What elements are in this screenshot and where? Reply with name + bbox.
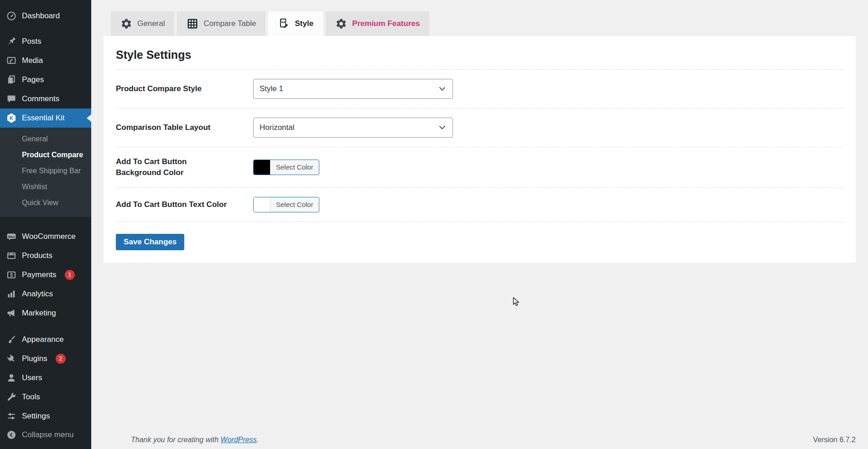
style-edit-icon <box>278 18 290 30</box>
footer-version-text: Version 6.7.2 <box>813 436 856 444</box>
svg-text:K: K <box>10 115 13 121</box>
sidebar-item-settings[interactable]: Settings <box>0 407 91 426</box>
field-label: Comparison Table Layout <box>116 122 253 133</box>
collapse-arrow-icon <box>6 429 17 440</box>
gear-icon <box>120 18 132 30</box>
sidebar-item-media[interactable]: Media <box>0 51 91 70</box>
megaphone-icon <box>6 308 17 319</box>
sidebar-item-products[interactable]: Products <box>0 246 91 265</box>
sidebar-item-label: Plugins <box>22 354 47 363</box>
admin-sidebar: Dashboard Posts Media Pages Comments K E… <box>0 0 91 449</box>
admin-footer: Thank you for creating with WordPress. V… <box>131 436 856 444</box>
sidebar-item-label: Tools <box>22 392 40 402</box>
gear-icon <box>335 18 347 30</box>
sidebar-item-label: Payments <box>22 270 57 279</box>
chevron-down-icon <box>439 123 446 132</box>
footer-thanks-text: Thank you for creating with WordPress. <box>131 436 259 444</box>
table-grid-icon <box>187 18 198 30</box>
select-value: Style 1 <box>260 84 283 93</box>
payments-icon: $ <box>6 269 17 280</box>
sidebar-item-label: Users <box>22 373 42 382</box>
sidebar-item-plugins[interactable]: Plugins 2 <box>0 349 91 368</box>
payments-count-badge: 1 <box>65 270 75 280</box>
pin-icon <box>6 36 17 47</box>
sliders-icon <box>6 411 17 422</box>
chevron-down-icon <box>439 84 446 93</box>
product-compare-style-select[interactable]: Style 1 <box>253 79 453 99</box>
field-label: Add To Cart Button Background Color <box>116 156 253 178</box>
comment-icon <box>6 93 17 104</box>
field-label: Product Compare Style <box>116 83 253 94</box>
settings-tab-bar: General Compare Table Style Premium Feat… <box>111 11 429 36</box>
sidebar-item-label: Settings <box>22 412 50 421</box>
form-row-product-compare-style: Product Compare Style Style 1 <box>116 69 843 108</box>
form-row-button-background-color: Add To Cart Button Background Color Sele… <box>116 147 843 187</box>
svg-text:Woo: Woo <box>8 235 15 238</box>
tab-premium-features[interactable]: Premium Features <box>326 11 429 36</box>
save-changes-button[interactable]: Save Changes <box>116 234 184 250</box>
sidebar-item-label: WooCommerce <box>22 232 76 241</box>
wordpress-link[interactable]: WordPress <box>221 436 257 444</box>
tab-general[interactable]: General <box>111 11 174 36</box>
sidebar-item-label: Products <box>22 251 52 260</box>
sidebar-item-dashboard[interactable]: Dashboard <box>0 6 91 26</box>
paintbrush-icon <box>6 334 17 345</box>
sidebar-item-pages[interactable]: Pages <box>0 70 91 89</box>
essential-kit-submenu: General Product Compare Free Shipping Ba… <box>0 128 91 217</box>
footer-thanks-prefix: Thank you for creating with <box>131 436 221 444</box>
sidebar-item-users[interactable]: Users <box>0 368 91 387</box>
sidebar-item-payments[interactable]: $ Payments 1 <box>0 265 91 284</box>
color-swatch <box>254 197 270 212</box>
background-color-picker[interactable]: Select Color <box>253 160 319 175</box>
essential-kit-icon: K <box>6 113 17 124</box>
woocommerce-icon: Woo <box>6 231 17 242</box>
svg-text:$: $ <box>10 273 13 278</box>
sidebar-item-analytics[interactable]: Analytics <box>0 284 91 304</box>
sidebar-item-label: Appearance <box>22 335 64 344</box>
tab-label: Compare Table <box>203 19 256 28</box>
user-icon <box>6 372 17 383</box>
tab-style[interactable]: Style <box>268 11 323 36</box>
text-color-picker[interactable]: Select Color <box>253 197 319 212</box>
sidebar-item-comments[interactable]: Comments <box>0 89 91 108</box>
sidebar-item-label: Collapse menu <box>22 430 73 439</box>
select-color-button[interactable]: Select Color <box>270 197 319 212</box>
style-settings-panel: Style Settings Product Compare Style Sty… <box>104 36 856 263</box>
form-row-comparison-table-layout: Comparison Table Layout Horizontal <box>116 108 843 147</box>
sidebar-item-label: Pages <box>22 75 44 84</box>
sidebar-item-posts[interactable]: Posts <box>0 32 91 51</box>
wrench-icon <box>6 392 17 403</box>
sidebar-separator <box>0 26 91 32</box>
submenu-item-wishlist[interactable]: Wishlist <box>0 179 91 195</box>
submenu-item-free-shipping-bar[interactable]: Free Shipping Bar <box>0 163 91 179</box>
plugins-count-badge: 2 <box>56 354 66 364</box>
save-row: Save Changes <box>116 222 843 260</box>
select-color-button[interactable]: Select Color <box>270 160 319 175</box>
sidebar-item-label: Essential Kit <box>22 114 65 123</box>
submenu-item-quick-view[interactable]: Quick View <box>0 195 91 211</box>
tab-compare-table[interactable]: Compare Table <box>177 11 265 36</box>
sidebar-item-label: Media <box>22 56 43 65</box>
sidebar-item-woocommerce[interactable]: Woo WooCommerce <box>0 227 91 246</box>
submenu-item-product-compare[interactable]: Product Compare <box>0 147 91 163</box>
sidebar-item-label: Analytics <box>22 289 53 299</box>
plug-icon <box>6 353 17 364</box>
sidebar-item-label: Comments <box>22 94 59 103</box>
sidebar-item-tools[interactable]: Tools <box>0 387 91 407</box>
sidebar-item-label: Posts <box>22 37 42 46</box>
comparison-table-layout-select[interactable]: Horizontal <box>253 118 453 138</box>
sidebar-item-appearance[interactable]: Appearance <box>0 330 91 349</box>
submenu-item-general[interactable]: General <box>0 131 91 147</box>
sidebar-separator <box>0 323 91 330</box>
field-label: Add To Cart Button Text Color <box>116 199 253 210</box>
dashboard-icon <box>6 10 17 21</box>
sidebar-item-marketing[interactable]: Marketing <box>0 304 91 323</box>
sidebar-item-essential-kit[interactable]: K Essential Kit <box>0 108 91 128</box>
select-value: Horizontal <box>260 123 295 132</box>
form-row-button-text-color: Add To Cart Button Text Color Select Col… <box>116 187 843 222</box>
color-swatch <box>254 160 270 175</box>
collapse-menu-button[interactable]: Collapse menu <box>0 425 91 444</box>
sidebar-item-label: Dashboard <box>22 11 60 21</box>
sidebar-separator <box>0 217 91 227</box>
products-box-icon <box>6 250 17 261</box>
